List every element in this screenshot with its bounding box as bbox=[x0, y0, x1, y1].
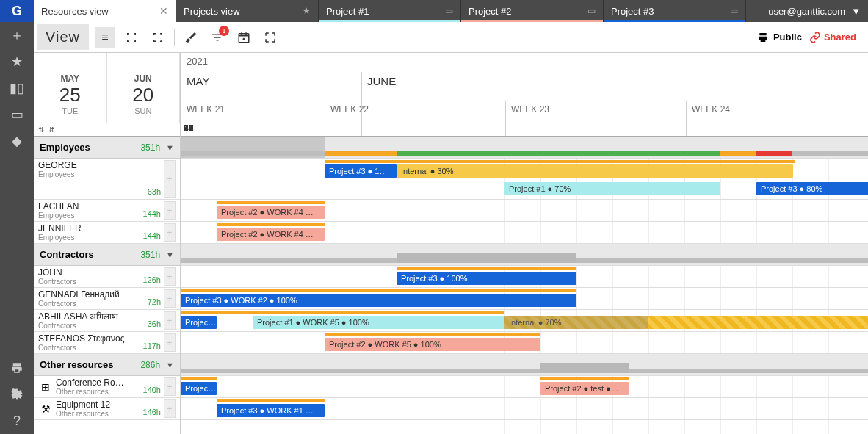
tab-label: Projects view bbox=[184, 6, 240, 17]
add-task-icon[interactable]: + bbox=[164, 160, 176, 198]
task[interactable]: Projec… bbox=[181, 316, 217, 329]
task[interactable]: Project #3 ● WORK #2 ● 100% bbox=[181, 294, 576, 307]
task[interactable]: Project #1 ● 70% bbox=[504, 182, 720, 195]
tab-bar: Resources view ✕ Projects view ★ Project… bbox=[34, 0, 868, 22]
resource-row-lachlan[interactable]: LACHLANEmployees 144h + bbox=[34, 200, 180, 222]
calendar-icon[interactable] bbox=[234, 27, 254, 48]
resource-row-stefanos[interactable]: STEFANOS ΣτεφανοςContractors 117h + bbox=[34, 332, 180, 354]
timeline-group-employees bbox=[181, 137, 868, 159]
doc-icon: ▭ bbox=[445, 6, 453, 16]
task[interactable]: Project #2 ● WORK #4 … bbox=[217, 228, 325, 241]
resource-row-jennifer[interactable]: JENNIFEREmployees 144h + bbox=[34, 222, 180, 244]
resource-row-abhilasha[interactable]: ABHILASHA अभिलाषाContractors 36h + bbox=[34, 310, 180, 332]
timeline-group-other bbox=[181, 354, 868, 376]
tab-projects-view[interactable]: Projects view ★ bbox=[176, 0, 319, 22]
user-menu[interactable]: user@ganttic.com ▼ bbox=[761, 0, 868, 22]
logo[interactable]: G bbox=[0, 0, 34, 22]
resource-row-gennadi[interactable]: GENNADI ГеннадийContractors 72h + bbox=[34, 288, 180, 310]
task[interactable]: Project #2 ● test ●… bbox=[540, 382, 629, 395]
tab-project-2[interactable]: Project #2 ▭ bbox=[461, 0, 604, 22]
tab-label: Project #2 bbox=[469, 6, 512, 17]
public-toggle[interactable]: Public bbox=[757, 32, 802, 43]
chevron-down-icon[interactable]: ▼ bbox=[166, 250, 174, 259]
timeline-row-gennadi[interactable]: Project #3 ● WORK #2 ● 100% bbox=[181, 288, 868, 310]
settings-icon[interactable] bbox=[0, 381, 34, 408]
timeline-row-equipment[interactable]: Project #3 ● WORK #1 … bbox=[181, 398, 868, 420]
star-icon[interactable]: ★ bbox=[303, 6, 311, 16]
add-icon[interactable]: ＋ bbox=[0, 22, 34, 48]
doc-icon: ▭ bbox=[587, 6, 596, 16]
left-vertical-nav: G ＋ ★ ▮▯ ▭ ◆ ? bbox=[0, 0, 34, 434]
tab-project-1[interactable]: Project #1 ▭ bbox=[319, 0, 461, 22]
star-icon[interactable]: ★ bbox=[0, 48, 34, 75]
reports-icon[interactable]: ▮▯ bbox=[0, 75, 34, 101]
add-task-icon[interactable]: + bbox=[164, 289, 176, 308]
timeline-group-contractors bbox=[181, 244, 868, 266]
tab-label: Project #3 bbox=[611, 6, 654, 17]
task[interactable]: Project #2 ● WORK #4 … bbox=[217, 206, 325, 219]
tab-project-3[interactable]: Project #3 ▭ bbox=[604, 0, 746, 22]
room-icon: ⊞ bbox=[38, 377, 53, 396]
tab-resources-view[interactable]: Resources view ✕ bbox=[34, 0, 176, 22]
filter-icon[interactable]: 1 bbox=[207, 27, 228, 48]
add-task-icon[interactable]: + bbox=[164, 399, 176, 418]
print-icon[interactable] bbox=[0, 355, 34, 381]
sort-controls[interactable]: ⇅ ⇵ bbox=[34, 123, 180, 137]
timeline-row-abhilasha[interactable]: Projec… Project #1 ● WORK #5 ● 100% Inte… bbox=[181, 310, 868, 332]
brush-icon[interactable] bbox=[181, 27, 201, 48]
task[interactable]: Internal ● 30% bbox=[397, 164, 793, 178]
add-task-icon[interactable]: + bbox=[164, 311, 176, 330]
sort-asc-icon[interactable]: ⇅ bbox=[38, 126, 44, 134]
fullscreen-icon[interactable] bbox=[260, 27, 281, 48]
group-employees[interactable]: Employees 351h ▼ bbox=[34, 137, 180, 159]
add-task-icon[interactable]: + bbox=[164, 267, 176, 286]
close-icon[interactable]: ✕ bbox=[159, 5, 168, 17]
timeline-row-stefanos[interactable]: Project #2 ● WORK #5 ● 100% bbox=[181, 332, 868, 354]
timeline-body[interactable]: Project #3 ● 1… Internal ● 30% Project #… bbox=[181, 137, 868, 434]
tab-label: Resources view bbox=[41, 6, 109, 17]
group-contractors[interactable]: Contractors 351h ▼ bbox=[34, 244, 180, 266]
equipment-icon: ⚒ bbox=[38, 399, 53, 418]
timeline-panel: 2021 MAY JUNE WEEK 21 WEEK 22 WEEK 23 WE… bbox=[181, 53, 868, 434]
add-task-icon[interactable]: + bbox=[164, 201, 176, 220]
help-icon[interactable]: ? bbox=[0, 408, 34, 434]
task[interactable]: Project #3 ● 100% bbox=[397, 272, 576, 285]
resource-row-george[interactable]: GEORGEEmployees 63h + bbox=[34, 159, 180, 200]
resource-row-john[interactable]: JOHNContractors 126h + bbox=[34, 266, 180, 288]
group-other[interactable]: Other resources 286h ▼ bbox=[34, 354, 180, 376]
timeline-header: 2021 MAY JUNE WEEK 21 WEEK 22 WEEK 23 WE… bbox=[181, 53, 868, 137]
chevron-down-icon[interactable]: ▼ bbox=[166, 361, 174, 369]
resource-row-conference[interactable]: ⊞ Conference Ro…Other resources 140h + bbox=[34, 376, 180, 398]
add-task-icon[interactable]: + bbox=[164, 333, 176, 352]
tab-label: Project #1 bbox=[326, 6, 369, 17]
task[interactable]: Project #2 ● WORK #5 ● 100% bbox=[325, 338, 540, 351]
collapse-icon[interactable] bbox=[121, 27, 142, 48]
timeline-row-john[interactable]: Project #3 ● 100% bbox=[181, 266, 868, 288]
user-email: user@ganttic.com bbox=[768, 6, 845, 17]
timeline-row-george[interactable]: Project #3 ● 1… Internal ● 30% Project #… bbox=[181, 159, 868, 200]
timeline-row-lachlan[interactable]: Project #2 ● WORK #4 … bbox=[181, 200, 868, 222]
task[interactable]: Projec… bbox=[181, 382, 217, 395]
timeline-row-jennifer[interactable]: Project #2 ● WORK #4 … bbox=[181, 222, 868, 244]
task[interactable]: Project #1 ● WORK #5 ● 100% bbox=[253, 316, 504, 329]
filter-badge: 1 bbox=[219, 26, 229, 36]
add-task-icon[interactable]: + bbox=[164, 223, 176, 242]
doc-icon: ▭ bbox=[730, 6, 738, 16]
chevron-down-icon: ▼ bbox=[851, 6, 861, 17]
resource-row-equipment[interactable]: ⚒ Equipment 12Other resources 146h + bbox=[34, 398, 180, 420]
chevron-down-icon[interactable]: ▼ bbox=[166, 143, 174, 152]
menu-icon[interactable]: ≡ bbox=[95, 27, 115, 48]
task[interactable]: Project #3 ● 1… bbox=[325, 164, 397, 178]
drop-icon[interactable]: ◆ bbox=[0, 128, 34, 154]
task[interactable]: Project #3 ● WORK #1 … bbox=[217, 404, 325, 417]
archive-icon[interactable]: ▭ bbox=[0, 101, 34, 128]
resource-panel: MAY 25 TUE JUN 20 SUN ⇅ ⇵ bbox=[34, 53, 181, 434]
view-mode-button[interactable]: View bbox=[37, 24, 89, 50]
shared-indicator[interactable]: Shared bbox=[809, 32, 856, 43]
sort-desc-icon[interactable]: ⇵ bbox=[48, 126, 54, 134]
task[interactable]: Project #3 ● 80% bbox=[756, 182, 868, 195]
expand-icon[interactable] bbox=[148, 27, 168, 48]
add-task-icon[interactable]: + bbox=[164, 377, 176, 396]
timeline-row-conference[interactable]: Projec… Project #2 ● test ●… bbox=[181, 376, 868, 398]
toolbar: View ≡ 1 Public Shared bbox=[34, 22, 868, 53]
